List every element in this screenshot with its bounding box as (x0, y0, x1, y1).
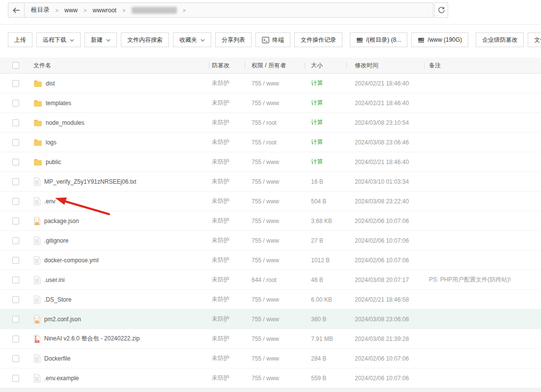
row-checkbox[interactable] (12, 100, 19, 107)
chevron-down-icon (70, 36, 74, 43)
file-name[interactable]: templates (46, 100, 71, 107)
tamper-status: 未防护 (209, 354, 245, 363)
refresh-button[interactable] (434, 2, 448, 18)
toolbar-button--8-[interactable]: /(根目录) (8... (350, 32, 407, 47)
modified-time: 2024/02/06 10:07:06 (346, 257, 424, 264)
file-size-cell: 16 B (305, 178, 346, 185)
table-row[interactable]: docker-compose.yml未防护755 / www1012 B2024… (0, 251, 541, 270)
folder-icon (33, 139, 42, 146)
modified-time: 2024/02/21 18:46:40 (346, 159, 424, 166)
toolbar-button--www-190G-[interactable]: /www (190G) (411, 32, 468, 47)
row-checkbox-cell (0, 80, 25, 87)
breadcrumb-item[interactable]: www (64, 7, 78, 14)
size-calc-link[interactable]: 计算 (311, 158, 323, 165)
table-row[interactable]: templates未防护755 / www计算2024/02/21 18:46:… (0, 93, 541, 113)
row-checkbox[interactable] (12, 257, 19, 264)
file-size-cell: 504 B (305, 198, 346, 205)
table-row[interactable]: .env.example未防护755 / www559 B2024/02/06 … (0, 368, 541, 388)
tamper-status: 未防护 (209, 177, 245, 186)
size-calc-link[interactable]: 计算 (311, 99, 323, 106)
file-name-cell: {:}JSONpackage.json (25, 217, 209, 225)
file-name[interactable]: .gitignore (44, 237, 68, 244)
row-checkbox[interactable] (12, 355, 19, 362)
row-checkbox[interactable] (12, 178, 19, 185)
table-row[interactable]: MP_verify_Z5y1Y91zNRSEEj06.txt未防护755 / w… (0, 172, 541, 192)
row-checkbox[interactable] (12, 218, 19, 224)
toolbar-button--[interactable]: 文件同步 (528, 32, 541, 47)
toolbar-button--[interactable]: 终端 (256, 32, 290, 47)
select-all-checkbox[interactable] (12, 62, 19, 69)
modified-time: 2024/03/08 20:07:17 (346, 277, 424, 283)
row-checkbox[interactable] (12, 80, 19, 87)
arrow-left-icon (13, 7, 20, 13)
toolbar-button--[interactable]: 分享列表 (215, 32, 252, 47)
file-size-cell: 284 B (305, 355, 346, 362)
folder-icon (33, 158, 42, 166)
file-name[interactable]: MP_verify_Z5y1Y91zNRSEEj06.txt (44, 178, 136, 185)
size-calc-link[interactable]: 计算 (311, 80, 323, 86)
file-name[interactable]: pm2.conf.json (44, 316, 81, 323)
disk-icon (356, 37, 363, 43)
file-name[interactable]: package.json (44, 218, 79, 224)
table-row[interactable]: node_modules未防护755 / root计算2024/03/08 23… (0, 113, 541, 133)
refresh-icon (438, 6, 445, 14)
table-row[interactable]: ZIPNineAI v2.6.0 整合包 - 20240222.zip未防护75… (0, 329, 541, 349)
table-row[interactable]: dist未防护755 / www计算2024/02/21 18:46:40 (0, 74, 541, 93)
size-calc-link[interactable]: 计算 (311, 139, 323, 145)
file-name[interactable]: node_modules (46, 119, 85, 126)
file-name[interactable]: .DS_Store (44, 296, 71, 303)
row-checkbox[interactable] (12, 159, 19, 166)
table-row[interactable]: .DS_Store未防护755 / www6.00 KB2024/02/21 1… (0, 290, 541, 309)
breadcrumb-item[interactable]: 根目录 (31, 6, 50, 14)
row-checkbox-cell (0, 336, 25, 342)
file-size: 7.91 MB (311, 336, 333, 342)
table-row[interactable]: logs未防护755 / root计算2024/03/08 23:06:46 (0, 133, 541, 152)
toolbar-button--[interactable]: 文件内容搜索 (121, 32, 169, 47)
row-checkbox[interactable] (12, 237, 19, 244)
row-checkbox[interactable] (12, 277, 19, 283)
table-row[interactable]: Dockerfile未防护755 / www284 B2024/02/06 10… (0, 349, 541, 368)
file-name-cell: templates (25, 99, 209, 107)
toolbar-button-label: 上传 (14, 36, 26, 44)
table-row[interactable]: .user.ini未防护644 / root46 B2024/03/08 20:… (0, 270, 541, 290)
file-name[interactable]: .env.example (44, 375, 79, 382)
file-name[interactable]: .user.ini (44, 277, 64, 283)
toolbar-button--[interactable]: 收藏夹 (173, 32, 211, 47)
table-row[interactable]: .env未防护755 / www504 B2024/03/08 23:22:40 (0, 192, 541, 211)
file-size: 16 B (311, 178, 323, 185)
file-name[interactable]: Dockerfile (44, 355, 70, 362)
row-checkbox[interactable] (12, 336, 19, 342)
toolbar-button--[interactable]: 文件操作记录 (294, 32, 342, 47)
back-button[interactable] (8, 3, 25, 17)
row-checkbox[interactable] (12, 198, 19, 205)
file-name[interactable]: NineAI v2.6.0 整合包 - 20240222.zip (44, 335, 140, 343)
toolbar-button--[interactable]: 远程下载 (36, 32, 81, 47)
file-size-cell: 3.68 KB (305, 218, 346, 224)
row-checkbox[interactable] (12, 375, 19, 382)
toolbar-button--[interactable]: 新建 (85, 32, 117, 47)
table-row[interactable]: {:}JSONpackage.json未防护755 / www3.68 KB20… (0, 211, 541, 231)
row-checkbox[interactable] (12, 139, 19, 146)
file-name[interactable]: logs (46, 139, 57, 146)
permission-owner: 755 / www (245, 218, 305, 224)
text-file-icon (33, 276, 41, 284)
size-calc-link[interactable]: 计算 (311, 119, 323, 126)
table-row[interactable]: .gitignore未防护755 / www27 B2024/02/06 10:… (0, 231, 541, 251)
file-size-cell: 计算 (305, 99, 346, 107)
breadcrumb-item[interactable]: wwwroot (92, 7, 116, 14)
table-row[interactable]: public未防护755 / www计算2024/02/21 18:46:40 (0, 152, 541, 172)
row-checkbox[interactable] (12, 119, 19, 126)
file-name[interactable]: docker-compose.yml (44, 257, 99, 264)
text-file-icon (33, 177, 41, 186)
toolbar-button--[interactable]: 企业级防篡改 (476, 32, 524, 47)
toolbar-button--[interactable]: 上传 (8, 32, 32, 47)
permission-owner: 755 / www (245, 257, 305, 264)
file-name[interactable]: public (46, 159, 61, 166)
table-row[interactable]: {:}JSONpm2.conf.json未防护755 / www360 B202… (0, 309, 541, 329)
row-checkbox[interactable] (12, 296, 19, 303)
row-checkbox[interactable] (12, 316, 19, 323)
file-name[interactable]: dist (46, 80, 55, 87)
permission-owner: 755 / www (245, 296, 305, 303)
row-checkbox-cell (0, 178, 25, 185)
file-name[interactable]: .env (44, 198, 56, 205)
